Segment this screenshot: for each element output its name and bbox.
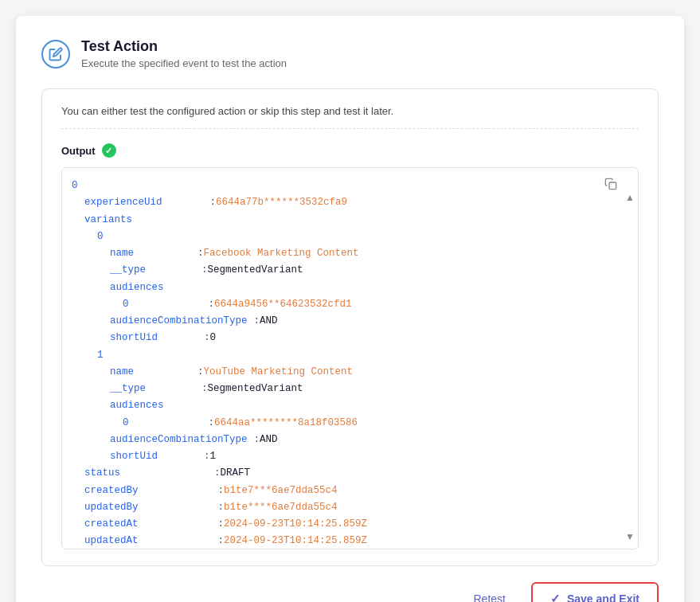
page-subtitle: Execute the specified event to test the … xyxy=(81,57,287,69)
main-card: You can either test the configured actio… xyxy=(41,88,659,566)
code-line: audienceCombinationType : AND xyxy=(72,313,606,330)
code-line: shortUid : 0 xyxy=(72,330,606,346)
save-exit-label: Save and Exit xyxy=(567,592,639,602)
code-line: __type : SegmentedVariant xyxy=(72,381,606,397)
scroll-down-button[interactable]: ▼ xyxy=(625,531,635,542)
code-line: createdAt : 2024-09-23T10:14:25.859Z xyxy=(72,516,606,533)
code-line: shortUid : 1 xyxy=(72,448,606,465)
svg-rect-0 xyxy=(609,182,616,190)
code-line: 0 xyxy=(72,178,606,194)
code-line: audiences xyxy=(72,280,606,296)
code-line: 0 xyxy=(72,229,606,245)
code-line: 0 : 6644aa********8a18f03586 xyxy=(72,415,606,432)
code-line: updatedAt : 2024-09-23T10:14:25.859Z xyxy=(72,533,606,549)
header-text: Test Action Execute the specified event … xyxy=(81,38,287,69)
code-line: status : DRAFT xyxy=(72,465,606,482)
code-line: name : YouTube Marketing Content xyxy=(72,364,606,381)
code-line: name : Facebook Marketing Content xyxy=(72,245,606,262)
footer-actions: Retest ✓ Save and Exit xyxy=(41,582,659,602)
save-check-icon: ✓ xyxy=(550,592,561,602)
code-line: 0 : 6644a9456**64623532cfd1 xyxy=(72,296,606,313)
success-check-icon xyxy=(102,143,116,158)
code-line: audienceCombinationType : AND xyxy=(72,432,606,448)
code-line: 1 xyxy=(72,347,606,364)
code-container: ▲ ▼ 0 experienceUid : 6644a77b******3532… xyxy=(61,167,639,549)
page-wrapper: Test Action Execute the specified event … xyxy=(16,16,684,602)
test-action-icon xyxy=(41,40,70,68)
copy-button[interactable] xyxy=(601,174,620,196)
code-line: variants xyxy=(72,212,606,229)
code-line: experienceUid : 6644a77b******3532cfa9 xyxy=(72,194,606,211)
retest-button[interactable]: Retest xyxy=(460,584,518,602)
code-line: updatedBy : b1te****6ae7dda55c4 xyxy=(72,499,606,516)
output-header: Output xyxy=(61,143,639,158)
header-section: Test Action Execute the specified event … xyxy=(41,38,659,69)
code-line: createdBy : b1te7***6ae7dda55c4 xyxy=(72,483,606,499)
code-line: __type : SegmentedVariant xyxy=(72,262,606,279)
output-label: Output xyxy=(61,145,96,157)
scroll-up-button[interactable]: ▲ xyxy=(625,192,635,203)
info-text: You can either test the configured actio… xyxy=(61,105,639,129)
page-title: Test Action xyxy=(81,38,287,55)
save-exit-button[interactable]: ✓ Save and Exit xyxy=(531,582,659,602)
code-output[interactable]: 0 experienceUid : 6644a77b******3532cfa9… xyxy=(62,168,638,549)
code-line: audiences xyxy=(72,397,606,414)
